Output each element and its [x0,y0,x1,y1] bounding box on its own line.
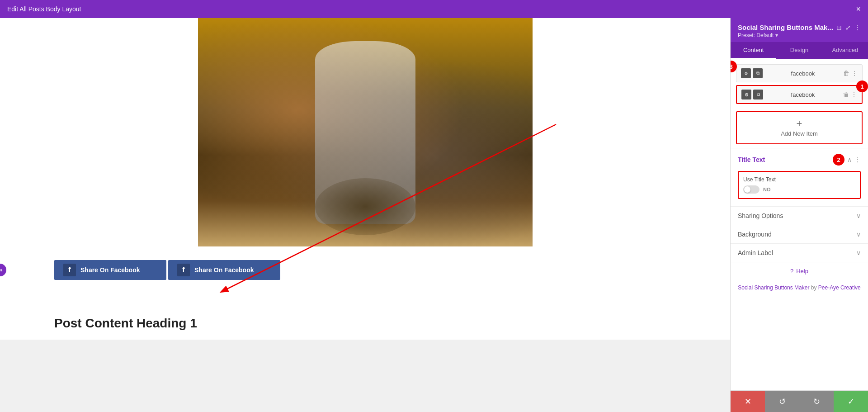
question-icon: ? [790,268,793,275]
top-bar: Edit All Posts Body Layout × [0,0,868,18]
share-buttons-row: ⇔ f Share On Facebook f Share On Faceboo… [0,251,730,289]
content-area: ⇔ f Share On Facebook f Share On Faceboo… [0,18,730,340]
chevron-up-icon: ∧ [847,156,852,163]
gear-icon-2: ⚙ [745,92,749,97]
toggle-value-label: NO [763,187,771,192]
share-facebook-btn-1[interactable]: f Share On Facebook [54,260,166,280]
title-text-header[interactable]: Title Text 2 ∧ ⋮ [731,148,868,171]
item-action-icons-2: 🗑 ⋮ [843,91,857,98]
credits-link-2[interactable]: Pee-Aye Creative [818,284,861,291]
credits-row: Social Sharing Buttons Maker by Pee-Aye … [731,280,868,299]
expand-icon[interactable]: ⤢ [845,24,851,31]
help-row: ? Help [731,262,868,280]
share-btn-2-label: Share On Facebook [194,266,254,274]
copy-icon-2: ⧉ [757,92,760,97]
panel-title-row: Social Sharing Buttons Mak... ⊡ ⤢ ⋮ [738,24,861,31]
item-name-2: facebook [766,91,840,98]
use-title-text-label: Use Title Text [743,176,855,183]
gear-icon-1: ⚙ [744,71,748,76]
panel-header: Social Sharing Buttons Mak... ⊡ ⤢ ⋮ Pres… [731,18,868,42]
sharing-options-section[interactable]: Sharing Options ∨ [731,206,868,225]
background-section[interactable]: Background ∨ [731,225,868,243]
add-new-item-button[interactable]: + Add New Item [736,111,863,144]
panel-footer: ✕ ↺ ↻ ✓ [731,390,868,412]
responsive-icon[interactable]: ⊡ [836,24,842,31]
copy-icon-btn-2[interactable]: ⧉ [753,90,763,99]
title-text-section: Title Text 2 ∧ ⋮ Use Title Text NO [731,148,868,206]
item-row-icons-2: ⚙ ⧉ [741,90,763,99]
admin-label-section[interactable]: Admin Label ∨ [731,243,868,262]
panel-header-icons: ⊡ ⤢ ⋮ [836,24,861,31]
chevron-down-icon-3: ∨ [856,249,861,256]
title-text-toggle[interactable] [743,185,760,194]
panel-preset[interactable]: Preset: Default ▾ [738,32,861,38]
list-item: ⚙ ⧉ facebook 🗑 ⋮ [736,64,863,82]
panel-tabs: Content Design Advanced [731,42,868,59]
panel-title: Social Sharing Buttons Mak... [738,24,833,31]
chevron-down-icon: ∨ [856,212,861,219]
more-options-icon[interactable]: ⋮ [854,24,861,31]
badge-1: 1 [856,81,868,92]
move-handle[interactable]: ⇔ [0,264,6,276]
credits-link-1[interactable]: Social Sharing Buttons Maker [738,284,809,291]
more-icon-1[interactable]: ⋮ [851,70,858,77]
items-list: 3 ⚙ ⧉ facebook 🗑 ⋮ [731,59,868,109]
title-text-label: Title Text [738,156,765,163]
sharing-options-label: Sharing Options [738,212,783,219]
main-layout: ⇔ f Share On Facebook f Share On Faceboo… [0,18,868,412]
chevron-down-icon-2: ∨ [856,231,861,238]
badge-2: 2 [833,154,844,166]
right-panel: Social Sharing Buttons Mak... ⊡ ⤢ ⋮ Pres… [730,18,868,412]
gear-icon-btn-1[interactable]: ⚙ [741,68,751,78]
item-action-icons-1: 🗑 ⋮ [843,70,858,77]
hero-image [198,18,533,246]
background-label: Background [738,231,772,238]
title-text-content: Use Title Text NO [731,171,868,206]
save-button[interactable]: ✓ [834,391,868,412]
facebook-icon-1: f [63,264,76,276]
copy-icon-1: ⧉ [756,71,760,76]
more-icon-2[interactable]: ⋮ [851,91,857,98]
post-heading: Post Content Heading 1 [0,289,730,340]
tab-content[interactable]: Content [731,42,776,59]
tab-advanced[interactable]: Advanced [822,42,868,59]
panel-body: 3 ⚙ ⧉ facebook 🗑 ⋮ [731,59,868,390]
facebook-icon-2: f [177,264,190,276]
toggle-row: NO [743,185,855,194]
more-section-icon[interactable]: ⋮ [854,156,861,163]
top-bar-title: Edit All Posts Body Layout [7,5,81,13]
content-wrapper: ⇔ f Share On Facebook f Share On Faceboo… [0,18,730,412]
tab-design[interactable]: Design [776,42,822,59]
help-label[interactable]: Help [796,268,808,275]
share-btn-1-label: Share On Facebook [80,266,140,274]
share-facebook-btn-2[interactable]: f Share On Facebook [168,260,280,280]
list-item: ⚙ ⧉ facebook 🗑 ⋮ 1 [736,85,863,104]
redo-button[interactable]: ↻ [799,391,834,412]
item-name-1: facebook [765,70,840,77]
trash-icon-1[interactable]: 🗑 [843,70,849,77]
plus-icon: + [797,118,802,128]
admin-label-label: Admin Label [738,249,773,256]
add-new-item-label: Add New Item [781,130,818,137]
gear-icon-btn-2[interactable]: ⚙ [741,90,751,99]
close-button[interactable]: × [856,5,861,14]
copy-icon-btn-1[interactable]: ⧉ [753,68,763,78]
trash-icon-2[interactable]: 🗑 [843,91,849,98]
item-row-icons: ⚙ ⧉ [741,68,763,78]
undo-button[interactable]: ↺ [765,391,799,412]
cancel-button[interactable]: ✕ [731,391,765,412]
credits-by: by [811,284,818,291]
